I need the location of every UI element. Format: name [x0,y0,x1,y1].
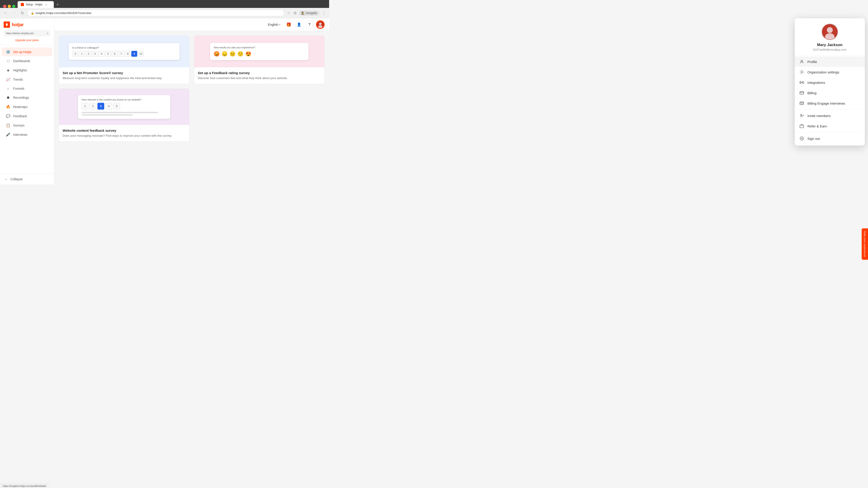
dropdown-overlay[interactable]: Mary Jackson 6167ae94@moodjoy.com Profil… [0,0,329,184]
